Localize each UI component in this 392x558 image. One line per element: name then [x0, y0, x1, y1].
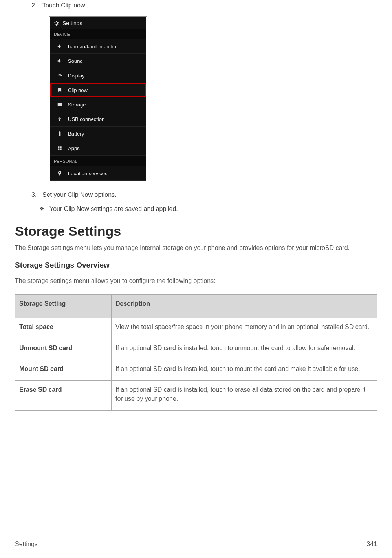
- storage-settings-table: Storage Setting Description Total spaceV…: [15, 294, 377, 411]
- shot-row: Storage: [50, 97, 146, 112]
- table-cell-description: If an optional SD card is installed, tou…: [112, 381, 377, 411]
- shot-section-personal: PERSONAL: [50, 156, 146, 166]
- heading-storage-settings: Storage Settings: [15, 224, 377, 239]
- speaker-icon: [56, 57, 63, 64]
- storage-icon: [56, 101, 63, 108]
- shot-row-label: USB connection: [68, 116, 104, 122]
- table-row: Total spaceView the total space/free spa…: [15, 318, 377, 339]
- bullet-icon: ❖: [39, 206, 49, 213]
- shot-row-label: Apps: [68, 145, 80, 151]
- shot-row: Battery: [50, 127, 146, 141]
- bullet-text: Your Clip Now settings are saved and app…: [49, 206, 178, 213]
- shot-row: Location services: [50, 166, 146, 181]
- usb-icon: [56, 116, 63, 123]
- shot-row-label: Storage: [68, 102, 86, 108]
- table-cell-description: If an optional SD card is installed, tou…: [112, 360, 377, 380]
- screenshot-container: Settings DEVICE harman/kardon audioSound…: [49, 16, 147, 182]
- table-cell-label: Unmount SD card: [15, 339, 112, 360]
- result-bullet: ❖ Your Clip Now settings are saved and a…: [39, 206, 377, 213]
- table-header-setting: Storage Setting: [15, 294, 112, 318]
- shot-row-label: harman/kardon audio: [68, 44, 116, 50]
- clip-icon: [56, 86, 63, 94]
- step-3-number: 3.: [31, 191, 42, 198]
- shot-row: Apps: [50, 141, 146, 156]
- step-2-number: 2.: [31, 2, 42, 9]
- table-cell-label: Erase SD card: [15, 381, 112, 411]
- intro2-paragraph: The storage settings menu allows you to …: [15, 277, 377, 285]
- heading-overview: Storage Settings Overview: [15, 261, 377, 270]
- shot-row: Display: [50, 68, 146, 83]
- table-cell-label: Mount SD card: [15, 360, 112, 380]
- shot-row-label: Battery: [68, 131, 84, 137]
- shot-row-label: Sound: [68, 58, 83, 64]
- battery-icon: [56, 130, 63, 137]
- location-icon: [56, 170, 63, 177]
- shot-row: harman/kardon audio: [50, 39, 146, 54]
- page-footer: Settings 341: [15, 541, 377, 548]
- shot-row-label: Clip now: [68, 87, 88, 93]
- speaker-icon: [56, 43, 63, 50]
- gear-icon: [53, 20, 59, 26]
- table-header-description: Description: [112, 294, 377, 318]
- shot-row: USB connection: [50, 112, 146, 127]
- shot-header: Settings: [50, 17, 146, 29]
- shot-row-label: Location services: [68, 171, 107, 176]
- shot-title: Settings: [62, 20, 82, 26]
- display-icon: [56, 72, 63, 79]
- table-row: Erase SD cardIf an optional SD card is i…: [15, 381, 377, 411]
- intro-paragraph: The Storage settings menu lets you manag…: [15, 244, 377, 252]
- table-cell-description: View the total space/free space in your …: [112, 318, 377, 339]
- table-cell-label: Total space: [15, 318, 112, 339]
- table-cell-description: If an optional SD card is installed, tou…: [112, 339, 377, 360]
- table-row: Unmount SD cardIf an optional SD card is…: [15, 339, 377, 360]
- step-3: 3. Set your Clip Now options.: [31, 191, 377, 198]
- shot-section-device: DEVICE: [50, 29, 146, 39]
- table-row: Mount SD cardIf an optional SD card is i…: [15, 360, 377, 380]
- step-2-text: Touch Clip now.: [42, 2, 86, 9]
- shot-row-label: Display: [68, 73, 85, 79]
- step-3-text: Set your Clip Now options.: [42, 191, 117, 198]
- screenshot: Settings DEVICE harman/kardon audioSound…: [50, 17, 146, 181]
- footer-page-number: 341: [366, 541, 377, 548]
- step-2: 2. Touch Clip now.: [31, 2, 377, 9]
- shot-row: Clip now: [50, 83, 146, 97]
- footer-section: Settings: [15, 541, 38, 548]
- apps-icon: [56, 145, 63, 152]
- shot-row: Sound: [50, 54, 146, 68]
